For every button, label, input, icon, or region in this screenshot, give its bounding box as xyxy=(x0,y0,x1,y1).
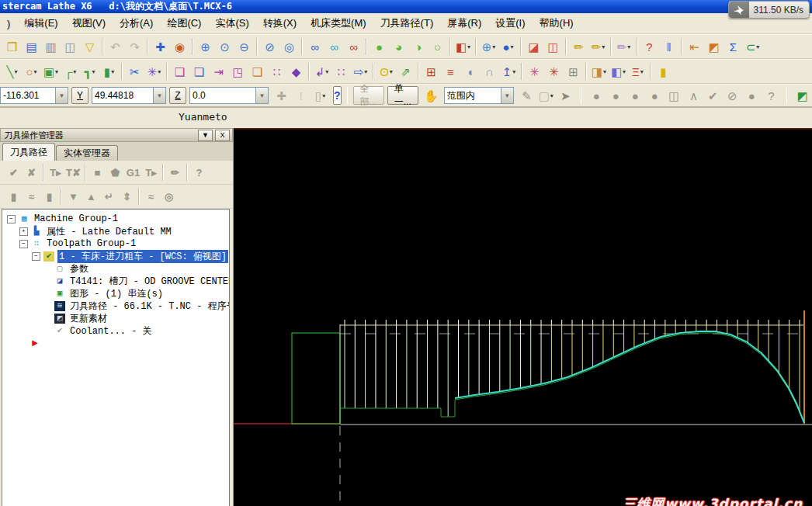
select-all-button[interactable]: 全部... xyxy=(353,86,384,105)
cursor-arrow-icon[interactable]: ➤ xyxy=(556,86,575,105)
delete-duplicates-icon[interactable]: ✏▾ xyxy=(588,37,608,56)
tab-toolpaths[interactable]: 刀具路径 xyxy=(2,143,55,161)
z-coordinate-combo[interactable]: ▼ xyxy=(189,87,269,104)
menu-item-2[interactable]: 视图(V) xyxy=(65,15,113,32)
rows-red-icon[interactable]: ≡ xyxy=(441,62,460,81)
filter-cube-icon[interactable]: ◫ xyxy=(665,86,684,105)
filter-all-icon[interactable]: ● xyxy=(742,86,762,105)
sigma-icon[interactable]: Σ xyxy=(724,37,743,56)
fast-point-icon[interactable]: ! xyxy=(291,86,311,105)
selection-range-dropdown-icon[interactable]: ▼ xyxy=(501,88,513,103)
light-bulb-icon[interactable]: ʘ▾ xyxy=(377,62,396,81)
x-coordinate-dropdown-icon[interactable]: ▼ xyxy=(55,88,68,103)
pan-icon[interactable]: ✚ xyxy=(151,37,170,56)
wireframe-box-icon[interactable]: ⊞ xyxy=(564,62,583,81)
menu-item-11[interactable]: 帮助(H) xyxy=(533,15,581,32)
box-up-icon[interactable]: ↥▾ xyxy=(499,62,519,81)
selection-range-combo[interactable]: ▼ xyxy=(444,87,514,104)
filter-none-icon[interactable]: ⊘ xyxy=(723,86,742,105)
curve-bend-icon[interactable]: ↲▾ xyxy=(312,62,331,81)
gview-globe-icon-dropdown[interactable]: ▾ xyxy=(492,43,495,50)
x-coordinate-combo[interactable]: ▼ xyxy=(0,87,68,104)
trim-toolpath-icon[interactable]: ≈ xyxy=(142,187,160,206)
post-selected-icon[interactable]: T▸ xyxy=(142,163,160,182)
menu-item-9[interactable]: 屏幕(R) xyxy=(440,15,488,32)
sketch-cylinder-icon[interactable]: ▮▾ xyxy=(99,62,119,81)
delete-entity-icon[interactable]: ✏ xyxy=(569,37,588,56)
download-speed-badge[interactable]: 311.50 KB/s xyxy=(728,1,810,19)
auto-cursor-icon[interactable]: ✚ xyxy=(272,86,291,105)
solids-manager-icon[interactable]: ◩ xyxy=(704,37,724,56)
create-point-icon[interactable]: ✳▾ xyxy=(144,62,164,81)
gview-globe-icon[interactable]: ⊕▾ xyxy=(479,37,498,56)
sketch-fillet-icon[interactable]: ┌▾ xyxy=(61,62,80,81)
move-insert-icon[interactable]: ↵ xyxy=(100,187,118,206)
panel-close-button[interactable]: X xyxy=(215,130,230,141)
tab-solids[interactable]: 实体管理器 xyxy=(56,145,118,161)
select-all-toolpaths-icon[interactable]: T▸ xyxy=(47,163,64,182)
verify-icon[interactable]: ◨▾ xyxy=(589,62,609,81)
shade-partial-icon[interactable]: ◕ xyxy=(389,37,408,56)
menu-item-3[interactable]: 分析(A) xyxy=(113,15,160,32)
solid-cube-icon[interactable]: ◪ xyxy=(524,37,543,56)
tree-item-coolant[interactable]: ✔Coolant... - 关 xyxy=(2,324,229,337)
delete-duplicates-icon-dropdown[interactable]: ▾ xyxy=(602,43,605,50)
tree-expander-collapse[interactable]: − xyxy=(7,215,16,224)
sketch-rect-icon-dropdown[interactable]: ▾ xyxy=(55,68,58,75)
tree-expander-collapse[interactable]: − xyxy=(19,240,28,248)
insert-position-arrow-icon[interactable]: ► xyxy=(32,338,38,349)
graphics-canvas[interactable]: 三维网www.3dportal.cn xyxy=(234,128,812,506)
layer-sphere-icon-dropdown[interactable]: ▾ xyxy=(511,43,514,50)
post-icon[interactable]: Ξ▾ xyxy=(628,62,647,81)
move-arrow-icon[interactable]: ⇨▾ xyxy=(351,62,370,81)
sketch-fillet-icon-dropdown[interactable]: ▾ xyxy=(73,68,76,75)
toolpath-drawing[interactable] xyxy=(234,130,812,506)
menu-item-10[interactable]: 设置(I) xyxy=(488,15,532,32)
analyze-stats-icon[interactable]: ‖ xyxy=(659,37,678,56)
tree-expander-collapse[interactable]: − xyxy=(32,252,40,261)
zoom-window-icon[interactable]: ⊕ xyxy=(196,37,215,56)
x-coordinate-input[interactable] xyxy=(1,88,55,103)
analyze-dynamic-icon[interactable]: ∞ xyxy=(324,37,344,56)
tree-item-toolpath-file[interactable]: ≋刀具路径 - 66.1K - T.NC - 程序号 xyxy=(2,300,229,312)
copy-operation-icon[interactable]: ◎ xyxy=(160,187,178,206)
menu-item-0[interactable]: ) xyxy=(0,16,17,31)
filter-circle-3-icon[interactable]: ● xyxy=(645,86,665,105)
verify-icon-dropdown[interactable]: ▾ xyxy=(603,68,606,75)
edit-operations-icon[interactable]: ✏ xyxy=(166,163,184,182)
gcode-export-icon-dropdown[interactable]: ▾ xyxy=(756,43,759,50)
filter-circle-1-icon[interactable]: ● xyxy=(606,86,626,105)
backplot-cube-icon[interactable]: ◧▾ xyxy=(453,37,473,56)
tree-item-toolpath-group-1[interactable]: −∷Toolpath Group-1 xyxy=(2,237,229,250)
sketch-polyline-icon-dropdown[interactable]: ▾ xyxy=(92,68,95,75)
analyze-position-icon[interactable]: ∞ xyxy=(305,37,324,56)
analyze-distance-icon[interactable]: ? xyxy=(640,37,659,56)
shade-half-icon[interactable]: ◑ xyxy=(408,37,428,56)
tree-item-properties-lathe[interactable]: +▙属性 - Lathe Default MM xyxy=(2,225,229,237)
regen-all-icon[interactable]: ■ xyxy=(88,163,106,182)
grid-select-icon[interactable]: ▢▾ xyxy=(536,86,556,105)
sketch-cylinder-icon-dropdown[interactable]: ▾ xyxy=(111,68,114,75)
tree-item-insert-marker[interactable]: ► xyxy=(2,337,229,349)
xform-translate-icon[interactable]: ❏ xyxy=(170,62,189,81)
zoom-target-icon[interactable]: ⊙ xyxy=(215,37,234,56)
surface-tube-icon[interactable]: ∩ xyxy=(480,62,499,81)
xform-array-icon[interactable]: ∷ xyxy=(267,62,286,81)
update-screen-icon[interactable]: ⇗ xyxy=(396,62,415,81)
sketch-polyline-icon[interactable]: ┓▾ xyxy=(80,62,99,81)
sketch-rect-icon[interactable]: ▣▾ xyxy=(41,62,61,81)
select-single-button[interactable]: 单一... xyxy=(387,86,418,105)
shade-moon-icon[interactable]: ◖ xyxy=(460,62,480,81)
y-coordinate-dropdown-icon[interactable]: ▼ xyxy=(153,88,165,103)
tree-item-parameters[interactable]: ▢参数 xyxy=(2,262,229,275)
pattern-grid-icon[interactable]: ∷ xyxy=(331,62,351,81)
panel-collapse-button[interactable]: ▼ xyxy=(198,130,213,141)
lock-icon[interactable]: ▮ xyxy=(5,187,23,206)
z-coordinate-button[interactable]: Z xyxy=(169,87,186,104)
tree-item-geometry[interactable]: ▣图形 - (1) 串连(s) xyxy=(2,287,229,300)
sketch-arc-icon-dropdown[interactable]: ▾ xyxy=(34,68,37,75)
machine-sim2-icon[interactable]: ✳ xyxy=(544,62,564,81)
menu-item-1[interactable]: 编辑(E) xyxy=(17,15,64,32)
filter-arrow-icon[interactable]: ∧ xyxy=(684,86,703,105)
toolpath-display-icon[interactable]: ≈ xyxy=(23,187,40,206)
